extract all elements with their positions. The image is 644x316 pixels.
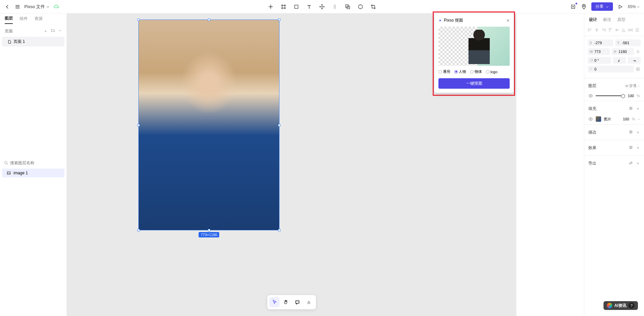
- add-export-icon[interactable]: ＋: [636, 161, 640, 166]
- cutout-button[interactable]: 一键抠图: [438, 78, 510, 89]
- flip-v-icon[interactable]: [628, 57, 641, 64]
- page-folder-icon[interactable]: [51, 28, 55, 34]
- add-page-icon[interactable]: ＋: [44, 28, 48, 34]
- tab-prototype[interactable]: 原型: [617, 17, 625, 23]
- selection-box[interactable]: 773×1160: [138, 20, 279, 230]
- hand-tool[interactable]: [281, 297, 291, 307]
- visibility-icon[interactable]: [588, 93, 593, 98]
- corner-detail-icon[interactable]: [636, 66, 641, 73]
- add-effect-icon[interactable]: ＋: [636, 145, 640, 151]
- cutout-preview: [438, 27, 510, 66]
- y-field[interactable]: Y-561: [615, 39, 641, 46]
- corner-field[interactable]: 0: [588, 66, 634, 73]
- frame-tool-icon[interactable]: [280, 3, 287, 10]
- export-settings-icon[interactable]: ⇄: [629, 161, 633, 166]
- component-tool-icon[interactable]: [331, 3, 338, 10]
- opacity-value[interactable]: 100: [628, 94, 634, 98]
- text-tool-icon[interactable]: [306, 3, 313, 10]
- align-left-icon[interactable]: [588, 28, 592, 32]
- menu-icon[interactable]: [14, 3, 21, 10]
- align-right-icon[interactable]: [601, 28, 606, 32]
- radio-logo[interactable]: logo: [486, 69, 498, 74]
- svg-point-17: [590, 95, 591, 96]
- more-tools[interactable]: [304, 297, 314, 307]
- location-icon[interactable]: [581, 3, 587, 10]
- close-icon[interactable]: ✕: [506, 18, 510, 23]
- svg-point-3: [358, 5, 363, 9]
- layer-item[interactable]: image 1: [2, 169, 64, 177]
- add-tool-icon[interactable]: [267, 3, 274, 10]
- tab-annotate[interactable]: 标注: [603, 17, 611, 23]
- resize-handle[interactable]: [278, 19, 280, 21]
- blend-mode[interactable]: 穿透: [625, 83, 640, 88]
- cloud-sync-icon: [53, 3, 60, 10]
- watermark: AI资讯 ?: [603, 301, 638, 310]
- add-fill-icon[interactable]: ＋: [636, 106, 640, 112]
- fill-visibility-icon[interactable]: [588, 117, 593, 121]
- left-panel: 图层 组件 资源 页面 ＋ 页面 1 image 1: [0, 13, 67, 316]
- align-bottom-icon[interactable]: [621, 28, 626, 32]
- radio-general[interactable]: 通用: [438, 69, 450, 74]
- align-tools: [584, 26, 644, 34]
- crop-tool-icon[interactable]: [370, 3, 377, 10]
- wand-icon: ✦: [438, 18, 442, 23]
- tab-design[interactable]: 设计: [589, 17, 597, 23]
- export-icon[interactable]: [570, 3, 576, 10]
- pointer-tool[interactable]: [269, 297, 279, 307]
- effect-style-icon[interactable]: ⊞: [629, 145, 633, 151]
- svg-point-6: [5, 162, 7, 164]
- doc-title[interactable]: Pixso 文件: [24, 4, 50, 10]
- svg-point-5: [583, 5, 585, 7]
- canvas-tools: [267, 295, 316, 309]
- fill-opacity[interactable]: 100: [623, 117, 629, 121]
- h-field[interactable]: H1160: [612, 48, 634, 55]
- watermark-icon: [607, 303, 612, 308]
- svg-rect-12: [638, 68, 640, 69]
- remove-fill-icon[interactable]: −: [638, 117, 640, 121]
- play-icon[interactable]: [617, 3, 624, 10]
- align-vcenter-icon[interactable]: [615, 28, 619, 32]
- resize-handle[interactable]: [278, 229, 280, 231]
- comment-tool[interactable]: [292, 297, 302, 307]
- x-field[interactable]: X-279: [588, 39, 613, 46]
- resize-handle[interactable]: [208, 19, 210, 21]
- tab-layers[interactable]: 图层: [5, 16, 13, 24]
- resize-handle[interactable]: [278, 124, 280, 126]
- rotation-field[interactable]: 0 °: [588, 57, 611, 64]
- flip-h-icon[interactable]: [613, 57, 626, 64]
- collapse-pages-icon[interactable]: [58, 28, 62, 34]
- share-button[interactable]: 分享: [591, 2, 613, 11]
- distribute-icon[interactable]: [628, 28, 633, 32]
- page-item[interactable]: 页面 1: [2, 37, 64, 47]
- align-more-icon[interactable]: [635, 28, 640, 32]
- opacity-slider[interactable]: [596, 95, 625, 96]
- radio-person[interactable]: 人物: [454, 69, 466, 74]
- search-input[interactable]: [10, 161, 61, 165]
- back-icon[interactable]: [4, 3, 11, 10]
- resize-handle[interactable]: [208, 229, 210, 231]
- page-icon: [7, 40, 11, 44]
- fill-type[interactable]: 图片: [604, 117, 611, 122]
- watermark-badge: ?: [628, 303, 635, 309]
- w-field[interactable]: W773: [588, 48, 610, 55]
- resize-handle[interactable]: [137, 229, 140, 231]
- align-top-icon[interactable]: [608, 28, 613, 32]
- resize-handle[interactable]: [137, 19, 140, 21]
- tab-assets[interactable]: 资源: [34, 16, 43, 24]
- radio-object[interactable]: 物体: [470, 69, 482, 74]
- tab-components[interactable]: 组件: [20, 16, 28, 24]
- add-stroke-icon[interactable]: ＋: [636, 130, 640, 135]
- align-hcenter-icon[interactable]: [594, 28, 599, 32]
- move-tool-icon[interactable]: [319, 3, 325, 10]
- stroke-style-icon[interactable]: ⊞: [629, 130, 633, 135]
- ellipse-tool-icon[interactable]: [357, 3, 364, 10]
- resize-handle[interactable]: [137, 124, 140, 126]
- fill-style-icon[interactable]: ⊞: [629, 106, 633, 112]
- zoom-control[interactable]: 65%: [628, 4, 640, 9]
- stroke-section-label: 描边: [588, 130, 596, 135]
- fill-swatch[interactable]: [596, 116, 601, 122]
- boolean-tool-icon[interactable]: [344, 3, 351, 10]
- shape-tool-icon[interactable]: [293, 3, 300, 10]
- lock-aspect-icon[interactable]: [636, 48, 641, 55]
- layer-section-label: 图层: [588, 83, 596, 89]
